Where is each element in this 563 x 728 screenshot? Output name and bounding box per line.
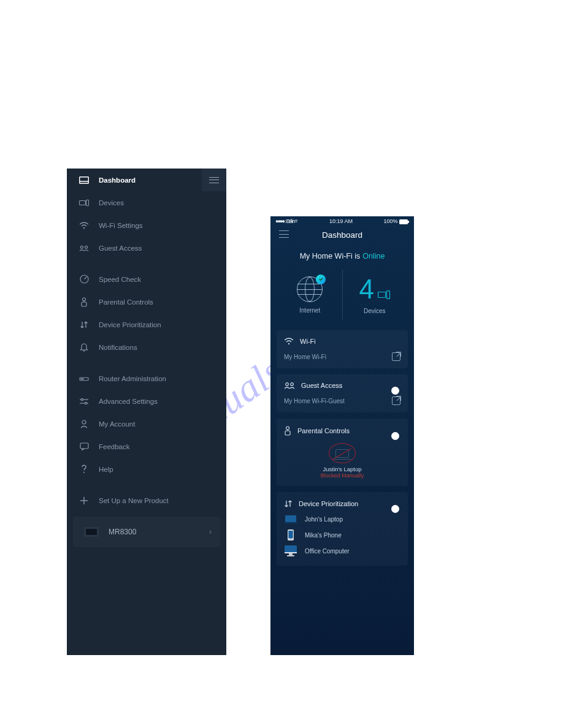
parental-controls-card[interactable]: Parental Controls Justin's Laptop Blocke…	[277, 419, 408, 486]
network-status-value: Online	[362, 252, 385, 260]
share-icon[interactable]	[392, 352, 400, 361]
svg-point-4	[83, 227, 85, 228]
svg-rect-37	[285, 552, 297, 553]
svg-point-5	[80, 246, 83, 248]
blocked-device-name: Justin's Laptop	[284, 466, 400, 472]
menu-button[interactable]	[279, 230, 289, 238]
svg-rect-0	[80, 176, 89, 183]
svg-point-35	[290, 539, 291, 540]
svg-rect-9	[82, 302, 86, 306]
priority-device-name: Mika's Phone	[305, 532, 342, 539]
svg-point-29	[286, 427, 289, 430]
sidebar-item-devices[interactable]: Devices	[67, 191, 226, 214]
svg-point-11	[81, 378, 82, 379]
sidebar-item-label: Dashboard	[99, 176, 136, 184]
svg-rect-31	[285, 515, 296, 522]
sidebar-item-help[interactable]: Help	[67, 458, 226, 480]
devices-tile[interactable]: 4 Devices	[343, 265, 407, 324]
priority-device-name: Office Computer	[305, 548, 350, 555]
internet-label: Internet	[299, 307, 320, 314]
dashboard-icon	[79, 175, 89, 185]
status-bar: ●●●●○ Belkin ᯤ 10:19 AM 100%	[270, 216, 414, 226]
devices-icon	[378, 290, 390, 299]
sidebar-item-speed-check[interactable]: Speed Check	[67, 268, 226, 290]
svg-point-14	[81, 398, 83, 400]
page-title: Dashboard	[322, 230, 362, 240]
svg-point-17	[82, 420, 86, 424]
device-prioritization-card[interactable]: Device Prioritization John's Laptop Mika…	[277, 492, 408, 566]
share-icon[interactable]	[392, 396, 400, 405]
phone-icon	[284, 530, 297, 540]
wifi-network-name: My Home Wi-Fi	[284, 354, 326, 360]
priority-device-row[interactable]: John's Laptop	[284, 514, 400, 524]
bell-icon	[79, 343, 89, 352]
sidebar-item-my-account[interactable]: My Account	[67, 412, 226, 435]
guest-access-card[interactable]: Guest Access My Home Wi-Fi-Guest	[277, 374, 408, 412]
priority-device-row[interactable]: Mika's Phone	[284, 530, 400, 540]
svg-point-16	[85, 402, 86, 404]
parental-controls-title: Parental Controls	[297, 427, 350, 434]
laptop-icon	[284, 514, 297, 524]
devices-label: Devices	[364, 308, 386, 314]
account-icon	[79, 419, 89, 429]
svg-rect-22	[399, 219, 408, 224]
wifi-card-title: Wi-Fi	[300, 338, 316, 345]
sidebar-item-label: Advanced Settings	[99, 398, 158, 405]
device-prioritization-title: Device Prioritization	[299, 500, 358, 507]
sidebar-item-label: Notifications	[99, 344, 137, 351]
sidebar-item-notifications[interactable]: Notifications	[67, 336, 226, 358]
sidebar-item-dashboard[interactable]: Dashboard	[67, 169, 226, 191]
sidebar-item-label: Device Prioritization	[99, 321, 161, 328]
svg-rect-32	[284, 523, 297, 524]
priority-device-name: John's Laptop	[305, 516, 343, 523]
priority-device-row[interactable]: Office Computer	[284, 546, 400, 556]
svg-point-26	[288, 343, 289, 344]
dashboard-header: Dashboard	[270, 226, 414, 243]
status-check-badge	[316, 275, 326, 284]
sidebar-item-label: Devices	[99, 199, 124, 207]
guest-access-icon	[79, 243, 89, 253]
svg-point-27	[286, 383, 289, 386]
sidebar-item-label: Speed Check	[99, 276, 141, 283]
sidebar-item-advanced-settings[interactable]: Advanced Settings	[67, 390, 226, 412]
sidebar-item-device-prioritization[interactable]: Device Prioritization	[67, 313, 226, 336]
sidebar-item-label: Guest Access	[99, 245, 142, 252]
sidebar-screenshot: Dashboard Devices Wi-Fi Settings Guest A…	[67, 169, 226, 655]
prioritization-icon	[284, 499, 293, 508]
status-carrier: ●●●●○ Belkin ᯤ	[275, 218, 299, 224]
svg-point-12	[83, 378, 83, 379]
devices-count: 4	[359, 276, 374, 303]
blocked-device-state: Blocked Manually	[284, 472, 400, 479]
sidebar-item-feedback[interactable]: Feedback	[67, 435, 226, 458]
svg-rect-30	[285, 431, 290, 435]
desktop-icon	[284, 546, 297, 556]
sliders-icon	[79, 396, 89, 406]
sidebar-device-row[interactable]: MR8300 ›	[73, 517, 220, 547]
wifi-card[interactable]: Wi-Fi My Home Wi-Fi	[277, 330, 408, 368]
svg-point-28	[291, 383, 294, 386]
svg-rect-23	[408, 221, 409, 223]
chevron-right-icon: ›	[209, 528, 212, 536]
svg-rect-25	[386, 290, 389, 298]
svg-rect-38	[289, 553, 293, 555]
wifi-icon	[284, 338, 294, 345]
sidebar-item-router-administration[interactable]: Router Administration	[67, 367, 226, 390]
sidebar-item-guest-access[interactable]: Guest Access	[67, 237, 226, 259]
sidebar-item-label: Router Administration	[99, 375, 166, 382]
sidebar-item-parental-controls[interactable]: Parental Controls	[67, 290, 226, 313]
sidebar-device-name: MR8300	[109, 528, 136, 536]
sidebar-item-label: Parental Controls	[99, 298, 153, 306]
guest-access-title: Guest Access	[301, 382, 342, 389]
svg-rect-34	[288, 531, 293, 539]
sidebar-item-label: Set Up a New Product	[99, 497, 169, 504]
sidebar-item-wifi-settings[interactable]: Wi-Fi Settings	[67, 214, 226, 237]
internet-tile[interactable]: Internet	[278, 265, 342, 324]
wifi-icon	[79, 221, 89, 230]
parental-controls-icon	[79, 297, 89, 307]
speed-check-icon	[79, 275, 89, 284]
network-status-prefix: My Home Wi-Fi is	[300, 252, 361, 260]
svg-rect-3	[86, 200, 89, 206]
prioritization-icon	[79, 320, 89, 330]
svg-rect-39	[287, 555, 294, 556]
sidebar-item-setup-new-product[interactable]: Set Up a New Product	[67, 489, 226, 512]
